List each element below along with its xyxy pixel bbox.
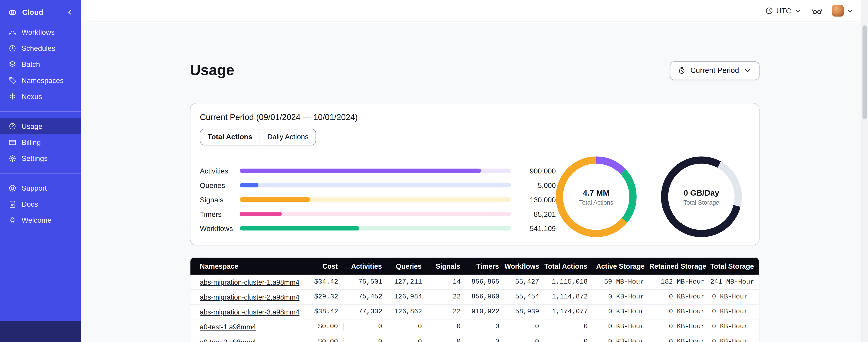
cell-retained-storage: 0 KB-Hour bbox=[650, 293, 710, 301]
usage-card-title: Current Period (09/01/2024 — 10/01/2024) bbox=[200, 112, 750, 122]
namespace-link[interactable]: a0-test-1.a98mm4 bbox=[200, 323, 256, 331]
bar-track bbox=[240, 226, 511, 231]
welcome-icon bbox=[8, 216, 17, 225]
cell-workflows: 58,939 bbox=[505, 308, 545, 316]
collapse-sidebar-button[interactable] bbox=[65, 8, 74, 16]
total-actions-value: 4.7 MM bbox=[583, 189, 610, 197]
bar-label: Signals bbox=[200, 196, 240, 204]
cell-signals: 22 bbox=[428, 308, 466, 316]
temporal-cloud-logo-icon bbox=[8, 7, 17, 17]
period-selector-button[interactable]: Current Period bbox=[670, 61, 759, 80]
sidebar-item-support[interactable]: Support bbox=[0, 180, 81, 196]
batch-icon bbox=[8, 60, 17, 69]
cell-total-storage: 0 KB-Hour bbox=[710, 323, 759, 331]
sidebar-item-docs[interactable]: Docs bbox=[0, 196, 81, 212]
sidebar-item-batch[interactable]: Batch bbox=[0, 57, 81, 72]
chevron-down-icon bbox=[744, 66, 752, 75]
sidebar-nav-main: WorkflowsSchedulesBatchNamespacesNexus bbox=[0, 24, 81, 104]
cell-total-storage: 0 KB-Hour bbox=[710, 308, 759, 316]
namespace-link[interactable]: abs-migration-cluster-3.a98mm4 bbox=[200, 309, 300, 316]
sidebar-item-label: Welcome bbox=[22, 216, 52, 225]
namespace-link[interactable]: a0-test-2.a98mm4 bbox=[200, 338, 256, 342]
table-row: abs-migration-cluster-2.a98mm4$29.3275,4… bbox=[190, 290, 759, 305]
cell-workflows: 55,454 bbox=[505, 293, 545, 301]
user-menu[interactable] bbox=[832, 5, 854, 16]
cell-cost: $38.42 bbox=[299, 308, 344, 316]
sidebar-divider bbox=[0, 111, 81, 112]
cell-active-storage: 0 KB-Hour bbox=[596, 338, 650, 342]
main-area: Usage Current Period Current Period (09/… bbox=[81, 23, 862, 342]
cell-total-storage: 0 KB-Hour bbox=[710, 338, 759, 342]
sidebar-item-label: Settings bbox=[22, 154, 48, 163]
cell-total-storage: 241 MB-Hour bbox=[710, 278, 759, 286]
cell-activities: 0 bbox=[343, 338, 388, 342]
bar-label: Timers bbox=[200, 210, 240, 218]
docs-icon bbox=[8, 200, 17, 208]
sidebar-nav-help: SupportDocsWelcome bbox=[0, 180, 81, 228]
cell-workflows: 0 bbox=[505, 323, 545, 331]
column-header-total-storage: Total Storage bbox=[710, 262, 759, 270]
cell-activities: 77,332 bbox=[344, 308, 388, 316]
cell-cost: $34.42 bbox=[299, 278, 344, 286]
page-title: Usage bbox=[190, 62, 234, 79]
table-row: abs-migration-cluster-1.a98mm4$34.4275,5… bbox=[190, 275, 759, 290]
scrollbar-thumb[interactable] bbox=[863, 26, 867, 119]
tab-daily-actions[interactable]: Daily Actions bbox=[259, 130, 316, 145]
sidebar-item-label: Batch bbox=[22, 60, 40, 69]
topbar: UTC bbox=[81, 0, 862, 22]
cell-total-actions: 1,174,077 bbox=[545, 308, 597, 316]
timezone-label: UTC bbox=[776, 6, 791, 15]
bar-fill bbox=[240, 226, 359, 231]
cell-timers: 856,865 bbox=[466, 278, 505, 286]
sidebar-item-welcome[interactable]: Welcome bbox=[0, 212, 81, 228]
timezone-selector[interactable]: UTC bbox=[765, 6, 802, 15]
sidebar-item-label: Nexus bbox=[22, 92, 42, 101]
cell-signals: 14 bbox=[428, 278, 466, 286]
bar-value: 85,201 bbox=[511, 210, 556, 218]
bar-fill bbox=[240, 197, 310, 202]
sidebar-item-schedules[interactable]: Schedules bbox=[0, 40, 81, 57]
table-body: abs-migration-cluster-1.a98mm4$34.4275,5… bbox=[190, 275, 759, 342]
sidebar-item-settings[interactable]: Settings bbox=[0, 150, 81, 166]
cell-active-storage: 0 KB-Hour bbox=[596, 323, 650, 331]
chevron-down-icon bbox=[846, 7, 854, 14]
column-header-active-storage: Active Storage bbox=[596, 262, 649, 270]
column-header-timers: Timers bbox=[466, 262, 504, 270]
column-header-retained-storage: Retained Storage bbox=[649, 262, 710, 270]
cell-queries: 126,984 bbox=[388, 293, 428, 301]
app-viewport: Cloud WorkflowsSchedulesBatchNamespacesN… bbox=[0, 0, 868, 342]
sidebar-item-nexus[interactable]: Nexus bbox=[0, 89, 81, 104]
glasses-icon-button[interactable] bbox=[811, 5, 823, 16]
page-scrollbar[interactable] bbox=[861, 0, 868, 342]
table-header-row: NamespaceCostActivitiesQueriesSignalsTim… bbox=[190, 258, 759, 275]
bar-track bbox=[240, 212, 511, 216]
cell-timers: 910,922 bbox=[466, 308, 505, 316]
bar-row-activities: Activities900,000 bbox=[200, 164, 556, 178]
bar-label: Activities bbox=[200, 167, 240, 175]
sidebar-item-label: Support bbox=[22, 184, 47, 193]
sidebar-item-billing[interactable]: Billing bbox=[0, 134, 81, 150]
clock-icon bbox=[765, 6, 774, 15]
sidebar-item-label: Schedules bbox=[22, 44, 55, 53]
cell-retained-storage: 0 KB-Hour bbox=[650, 338, 710, 342]
total-actions-donut: 4.7 MM Total Actions bbox=[556, 157, 637, 237]
bar-fill bbox=[240, 212, 282, 216]
cell-timers: 856,960 bbox=[466, 293, 505, 301]
bar-value: 541,109 bbox=[511, 224, 556, 233]
namespace-link[interactable]: abs-migration-cluster-1.a98mm4 bbox=[200, 279, 300, 286]
sidebar-item-namespaces[interactable]: Namespaces bbox=[0, 72, 81, 89]
namespace-link[interactable]: abs-migration-cluster-2.a98mm4 bbox=[200, 294, 300, 301]
tab-total-actions[interactable]: Total Actions bbox=[200, 130, 259, 145]
cell-retained-storage: 0 KB-Hour bbox=[650, 323, 710, 331]
cell-activities: 75,452 bbox=[344, 293, 388, 301]
cell-namespace: abs-migration-cluster-2.a98mm4 bbox=[190, 292, 299, 302]
bar-row-workflows: Workflows541,109 bbox=[200, 221, 556, 236]
sidebar-item-workflows[interactable]: Workflows bbox=[0, 24, 81, 40]
cell-namespace: abs-migration-cluster-1.a98mm4 bbox=[190, 277, 299, 287]
bar-value: 900,000 bbox=[511, 167, 556, 175]
column-header-activities: Activities bbox=[343, 262, 387, 270]
sidebar-item-usage[interactable]: Usage bbox=[0, 118, 81, 134]
bar-label: Workflows bbox=[200, 224, 240, 233]
cell-queries: 0 bbox=[388, 338, 428, 342]
table-row: a0-test-1.a98mm4$0.000000000 KB-Hour0 KB… bbox=[190, 320, 759, 335]
